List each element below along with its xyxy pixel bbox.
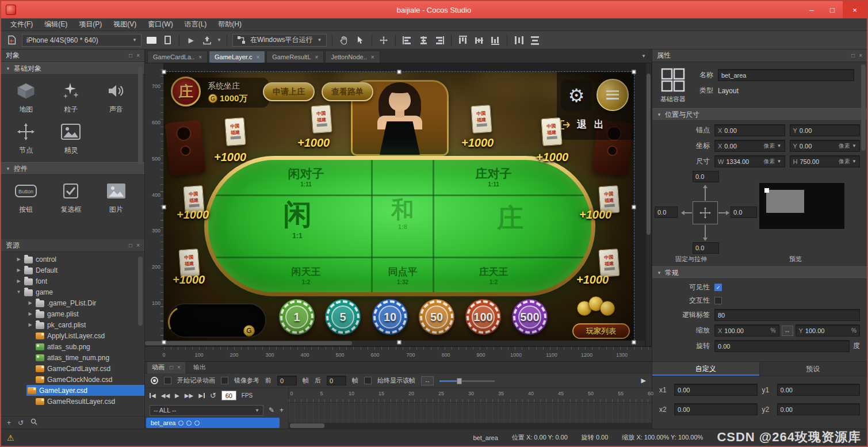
palette-item-map[interactable]: 地图 (3, 81, 48, 114)
device-select[interactable]: iPhone 4/4S(960 * 640) ▼ (22, 34, 142, 47)
design-canvas[interactable]: 庄 系统坐庄 G 1000万 申请上庄 查看路单 ⚙ 退 出 (164, 72, 634, 342)
add-track-icon[interactable]: + (280, 406, 284, 414)
menu-window[interactable]: 窗口(W) (142, 18, 178, 30)
selection-handle[interactable] (632, 70, 636, 74)
expand-icon[interactable]: ▶ (16, 257, 21, 262)
frames-after-input[interactable] (327, 376, 346, 385)
track-option-icon[interactable] (194, 421, 200, 426)
selection-handle[interactable] (397, 70, 402, 74)
coord-y-input[interactable]: Y 像素▼ (790, 140, 861, 152)
selection-handle[interactable] (162, 70, 166, 74)
rewind-button[interactable]: ◀◀ (161, 392, 170, 399)
canvas-hscrollbar[interactable] (145, 341, 645, 346)
track-filter-select[interactable]: -- ALL -- ▼ (150, 405, 263, 416)
scale-x-input[interactable]: X % (714, 324, 779, 337)
align-center-h-icon[interactable] (417, 34, 430, 47)
tab-animation[interactable]: 动画 □ × (147, 362, 185, 373)
player-list-button[interactable]: 玩家列表 (572, 323, 630, 339)
title-bar[interactable]: baijiale - Cocos Studio – □ × (1, 1, 867, 18)
close-icon[interactable]: × (371, 54, 374, 60)
play-panel-icon[interactable]: ▶ (641, 377, 646, 384)
forward-button[interactable]: ▶▶ (185, 392, 193, 399)
margin-right-input[interactable] (731, 207, 757, 218)
group-basic-objects[interactable]: ▼ 基础对象 (1, 62, 144, 75)
canvas-viewport[interactable]: 庄 系统坐庄 G 1000万 申请上庄 查看路单 ⚙ 退 出 (145, 63, 652, 361)
tree-item-game[interactable]: ▼ game (1, 286, 144, 297)
align-right-icon[interactable] (433, 34, 446, 47)
new-file-icon[interactable] (6, 34, 18, 47)
warning-icon[interactable]: ⚠ (7, 433, 14, 442)
expand-icon[interactable]: ▶ (16, 268, 21, 273)
float-panel-icon[interactable]: □ (170, 364, 173, 370)
anchor-center-box[interactable] (693, 201, 718, 224)
palette-item-image[interactable]: 图片 (94, 181, 139, 215)
tree-item-game-plist[interactable]: ▶ game.plist (1, 308, 144, 319)
expand-icon[interactable]: ▶ (28, 300, 33, 305)
selection-handle[interactable] (632, 205, 636, 209)
coord-x-input[interactable]: X 像素▼ (714, 140, 785, 152)
tree-item-gamelayer-selected[interactable]: GameLayer.csd (26, 385, 144, 396)
always-show-frame-checkbox[interactable] (364, 377, 372, 384)
name-input[interactable] (718, 69, 854, 81)
hand-pan-icon[interactable] (338, 34, 350, 47)
swap-icon[interactable]: ↔ (421, 376, 434, 385)
visible-checkbox[interactable]: ✓ (714, 284, 722, 291)
last-frame-button[interactable]: ▶ (198, 392, 205, 399)
palette-item-node[interactable]: 节点 (3, 121, 48, 155)
tree-item-pk-card-plist[interactable]: ▶ pk_card.plist (1, 319, 144, 330)
fps-input[interactable]: 60 (221, 391, 236, 400)
tree-item-game-plist-dir[interactable]: ▶ .game_PList.Dir (1, 297, 144, 308)
menu-language[interactable]: 语言(L) (179, 18, 213, 30)
expand-icon[interactable]: ▶ (28, 311, 33, 316)
collapse-icon[interactable]: ▼ (16, 289, 21, 295)
add-resource-icon[interactable]: + (7, 419, 11, 427)
close-icon[interactable]: × (256, 54, 259, 60)
chip-5[interactable]: 5 (325, 299, 361, 335)
section-position-size[interactable]: ▼ 位置与尺寸 (652, 108, 867, 121)
canvas-vscrollbar[interactable] (646, 63, 651, 346)
minimize-button[interactable]: – (801, 1, 822, 18)
tree-item-font[interactable]: ▶ font (1, 276, 144, 286)
tab-list-icon[interactable]: ▼ (641, 54, 646, 59)
publish-dropdown-icon[interactable]: ▼ (217, 37, 221, 43)
loop-button[interactable]: ↺ (210, 391, 216, 400)
menu-project[interactable]: 项目(P) (73, 18, 108, 30)
tab-jettonnode[interactable]: JettonNode.. × (325, 51, 380, 63)
tree-item-control[interactable]: ▶ control (1, 254, 144, 265)
chip-10[interactable]: 10 (372, 299, 408, 335)
x1-input[interactable] (674, 384, 758, 396)
tab-gamecardlayer[interactable]: GameCardLa.. × (147, 51, 208, 63)
align-center-v-icon[interactable] (473, 34, 485, 47)
tab-output[interactable]: 输出 (193, 363, 206, 372)
expand-icon[interactable]: ▶ (16, 278, 21, 284)
size-h-input[interactable]: H 像素▼ (790, 155, 861, 167)
run-target-select[interactable]: 在Windows平台运行 ▼ (232, 34, 327, 47)
tree-item-gameresultlayer[interactable]: GameResultLayer.csd (1, 396, 144, 407)
y1-input[interactable] (777, 384, 861, 396)
palette-item-checkbox[interactable]: 复选框 (48, 181, 93, 215)
close-icon[interactable]: × (315, 54, 319, 60)
menu-view[interactable]: 视图(V) (108, 18, 142, 30)
exit-button[interactable]: 退 出 (560, 118, 606, 131)
margin-left-input[interactable] (655, 207, 678, 218)
onion-skin-slider[interactable] (439, 377, 495, 385)
palette-item-sprite[interactable]: 精灵 (48, 121, 93, 155)
portrait-orientation-icon[interactable] (161, 34, 174, 47)
close-panel-icon[interactable]: × (136, 242, 140, 249)
tab-gameresultlayer[interactable]: GameResultL × (266, 51, 324, 63)
mirror-reference-checkbox[interactable] (221, 377, 228, 384)
settings-gear-icon[interactable]: ⚙ (561, 80, 592, 111)
tree-item-atlas-time-num[interactable]: atlas_time_num.png (1, 352, 144, 363)
rotation-input[interactable] (714, 340, 850, 352)
tree-item-applylistlayer[interactable]: ApplyListLayer.csd (1, 330, 144, 341)
menu-list-icon[interactable] (596, 79, 629, 111)
distribute-v-icon[interactable] (529, 34, 541, 47)
float-panel-icon[interactable]: □ (129, 52, 132, 59)
selection-handle[interactable] (162, 205, 166, 209)
close-panel-icon[interactable]: × (859, 52, 862, 59)
maximize-button[interactable]: □ (822, 1, 843, 18)
tab-custom[interactable]: 自定义 (652, 362, 760, 376)
apply-banker-button[interactable]: 申请上庄 (263, 82, 315, 101)
publish-icon[interactable] (201, 34, 213, 47)
selection-handle[interactable] (632, 341, 636, 345)
